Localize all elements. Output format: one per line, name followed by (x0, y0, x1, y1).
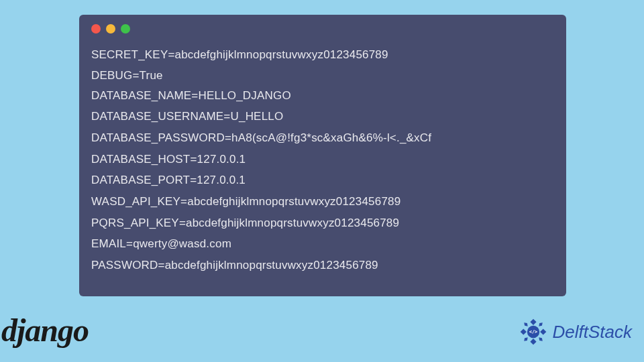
svg-marker-0 (530, 319, 536, 325)
env-line: DATABASE_PASSWORD=hA8(scA@!fg3*sc&xaGh&6… (91, 128, 554, 149)
minimize-icon[interactable] (106, 24, 115, 34)
svg-marker-2 (520, 328, 526, 335)
svg-marker-5 (539, 322, 543, 326)
env-line: PQRS_API_KEY=abcdefghijklmnopqrstuvwxyz0… (91, 213, 554, 234)
terminal-window: SECRET_KEY=abcdefghijklmnopqrstuvwxyz012… (79, 15, 566, 296)
delftstack-logo: </> DelftStack (518, 316, 633, 347)
svg-marker-3 (540, 328, 546, 335)
delftstack-icon: </> (518, 316, 549, 347)
env-line: SECRET_KEY=abcdefghijklmnopqrstuvwxyz012… (91, 44, 554, 66)
env-line: DATABASE_HOST=127.0.0.1 (91, 149, 554, 170)
svg-marker-1 (530, 339, 536, 345)
django-logo: django (1, 312, 89, 349)
window-controls (91, 24, 554, 34)
close-icon[interactable] (91, 24, 101, 34)
svg-marker-7 (539, 337, 543, 341)
env-line: DATABASE_PORT=127.0.0.1 (91, 170, 554, 192)
env-line: EMAIL=qwerty@wasd.com (91, 234, 554, 255)
env-file-content: SECRET_KEY=abcdefghijklmnopqrstuvwxyz012… (91, 44, 554, 276)
env-line: PASSWORD=abcdefghijklmnopqrstuvwxyz01234… (91, 255, 554, 276)
svg-text:</>: </> (529, 329, 537, 335)
env-line: WASD_API_KEY=abcdefghijklmnopqrstuvwxyz0… (91, 191, 554, 213)
env-line: DATABASE_NAME=HELLO_DJANGO (91, 85, 554, 107)
env-line: DATABASE_USERNAME=U_HELLO (91, 107, 554, 128)
maximize-icon[interactable] (121, 24, 130, 34)
svg-marker-4 (524, 322, 528, 326)
delftstack-text: DelftStack (553, 322, 633, 343)
svg-marker-6 (524, 337, 528, 341)
env-line: DEBUG=True (91, 66, 554, 87)
